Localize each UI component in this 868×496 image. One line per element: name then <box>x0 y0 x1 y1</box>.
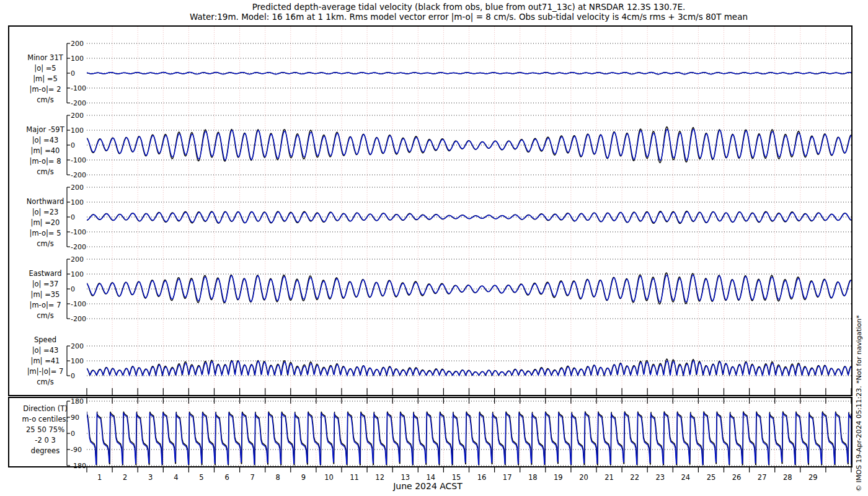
model-curve-eastward <box>87 275 851 303</box>
ytick-label-direction: 0 <box>71 430 75 438</box>
panel-label-eastward-line3: |m-o|= 7 <box>30 301 61 309</box>
panel-label-eastward-line1: |o| =37 <box>32 280 59 288</box>
day-label: 4 <box>174 473 178 482</box>
ytick-label-northward: 100 <box>71 198 84 206</box>
panel-label-speed-line4: cm/s <box>37 378 53 386</box>
ytick-label-eastward: -100 <box>71 300 86 308</box>
ytick-label-northward: 200 <box>71 184 84 192</box>
panel-label-direction-line1: m-o centiles: <box>22 415 69 423</box>
ytick-label-eastward: 0 <box>71 285 75 293</box>
ytick-label-direction: -180 <box>71 462 86 470</box>
panel-speed: 2001000Speed|o| =43|m| =41|m|-|o|= 7cm/s <box>27 335 851 386</box>
day-label: 22 <box>630 473 639 482</box>
panel-label-minor-line0: Minor 31T <box>27 53 63 62</box>
panel-label-speed-line0: Speed <box>34 335 56 344</box>
panel-label-minor-line1: |o| =5 <box>34 64 56 73</box>
day-label: 20 <box>579 473 588 482</box>
ytick-label-minor: 200 <box>71 40 84 48</box>
ytick-label-major: -100 <box>71 156 86 164</box>
day-label: 16 <box>477 473 487 482</box>
tidal-chart-canvas: 2001000-100-200Minor 31T|o| =5|m| =5|m-o… <box>0 0 868 496</box>
panel-label-northward-line1: |o| =23 <box>32 208 59 216</box>
panel-label-northward-line0: Northward <box>27 197 64 206</box>
ytick-label-direction: 180 <box>71 397 84 405</box>
day-label: 6 <box>224 473 229 482</box>
panel-label-northward-line3: |m-o|= 5 <box>30 229 61 237</box>
ytick-label-eastward: 200 <box>71 255 84 264</box>
model-curve-direction <box>87 412 851 464</box>
ytick-label-minor: 100 <box>71 55 84 63</box>
panel-label-northward-line4: cm/s <box>37 239 53 248</box>
ytick-label-speed: 200 <box>71 342 84 350</box>
panel-label-eastward-line2: |m| =35 <box>31 290 60 299</box>
day-label: 23 <box>655 473 665 482</box>
ytick-label-northward: 0 <box>71 213 75 221</box>
day-label: 19 <box>554 473 563 482</box>
ytick-label-major: -200 <box>71 171 86 179</box>
ytick-label-northward: -200 <box>71 243 86 251</box>
panel-label-major-line3: |m-o|= 8 <box>30 157 61 166</box>
day-label: 14 <box>427 473 436 482</box>
ytick-label-major: 200 <box>71 112 84 120</box>
panel-label-northward-line2: |m| =20 <box>31 218 60 227</box>
panel-label-major-line1: |o| =43 <box>32 136 59 144</box>
panel-label-direction-line2: 25 50 75% <box>26 425 64 434</box>
day-label: 29 <box>808 473 818 482</box>
ytick-label-minor: -100 <box>71 84 86 92</box>
ytick-label-major: 0 <box>71 141 75 149</box>
day-label: 18 <box>528 473 538 482</box>
watermark-credit: © IMOS 19-Apr-2024 05:11:23. *Not for na… <box>855 315 863 492</box>
panel-label-minor-line4: cm/s <box>37 95 53 104</box>
day-label: 2 <box>123 473 127 482</box>
main-panel-frame <box>9 26 852 396</box>
day-label: 5 <box>199 473 203 482</box>
day-label: 12 <box>375 473 384 482</box>
day-label: 26 <box>732 473 742 482</box>
day-label: 13 <box>401 473 410 482</box>
day-label: 11 <box>350 473 359 482</box>
panel-label-speed-line2: |m| =41 <box>31 356 60 365</box>
ytick-label-eastward: -200 <box>71 315 86 323</box>
direction-curves <box>87 412 851 465</box>
panel-label-direction-line3: -2 0 3 <box>35 436 55 445</box>
panel-label-eastward-line4: cm/s <box>37 311 53 320</box>
panel-label-speed-line1: |o| =43 <box>32 346 59 355</box>
ytick-label-eastward: 100 <box>71 270 84 278</box>
panel-label-eastward-line0: Eastward <box>29 269 61 278</box>
ytick-label-speed: 100 <box>71 357 84 365</box>
ytick-label-minor: -200 <box>71 99 86 107</box>
panel-label-direction-line4: degrees <box>31 446 60 455</box>
day-label: 9 <box>301 473 306 482</box>
panel-label-minor-line3: |m-o|= 2 <box>30 85 61 94</box>
day-label: 21 <box>604 473 614 482</box>
day-label: 27 <box>758 473 767 482</box>
ytick-label-major: 100 <box>71 126 84 135</box>
ytick-label-minor: 0 <box>71 69 75 78</box>
day-label: 17 <box>503 473 512 482</box>
ytick-label-speed: 0 <box>71 372 75 380</box>
panel-label-major-line4: cm/s <box>37 167 53 176</box>
day-label: 7 <box>250 473 254 482</box>
ytick-label-direction: -90 <box>71 446 82 454</box>
ytick-label-northward: -100 <box>71 228 86 236</box>
day-label: 25 <box>707 473 716 482</box>
panel-direction: 180900-90-180Direction (T)m-o centiles:2… <box>22 397 851 470</box>
ytick-label-direction: 90 <box>71 414 79 422</box>
day-label: 8 <box>276 473 280 482</box>
model-curve-northward <box>87 212 851 223</box>
panel-label-major-line0: Major -59T <box>26 125 64 134</box>
day-label: 24 <box>681 473 691 482</box>
day-label: 15 <box>452 473 461 482</box>
xaxis-title: June 2024 ACST <box>392 481 463 491</box>
panel-label-direction-line0: Direction (T) <box>23 404 68 413</box>
panel-eastward: 2001000-100-200Eastward|o| =37|m| =35|m-… <box>29 255 851 323</box>
day-label: 3 <box>148 473 153 482</box>
panel-label-minor-line2: |m| =5 <box>33 74 58 83</box>
day-label: 10 <box>324 473 334 482</box>
day-label: 28 <box>783 473 792 482</box>
panel-label-major-line2: |m| =40 <box>31 146 60 155</box>
day-label: 1 <box>97 473 102 482</box>
panel-label-speed-line3: |m|-|o|= 7 <box>27 367 64 376</box>
